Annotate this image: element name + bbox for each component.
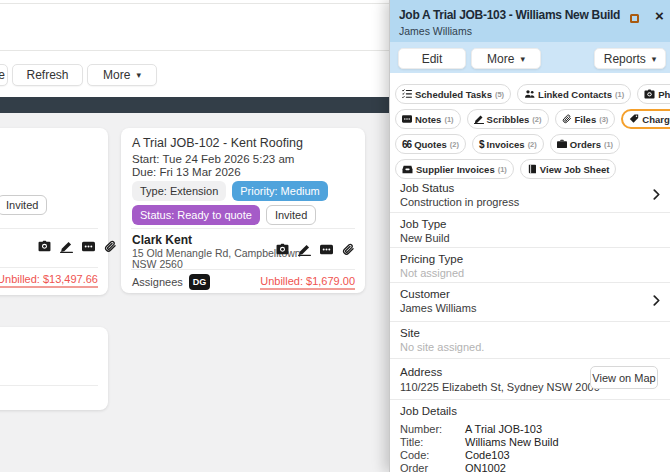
quotes-icon: 66 [402, 139, 411, 150]
tab-orders[interactable]: Orders (1) [550, 134, 620, 154]
paperclip-icon[interactable] [104, 240, 117, 253]
briefcase-icon [557, 139, 567, 149]
status-badge: Status: Ready to quote [132, 205, 260, 225]
assignees-row: Assignees DG [132, 274, 210, 290]
detail-key: Number: [400, 423, 465, 435]
section-value: New Build [400, 232, 450, 244]
reports-button[interactable]: Reports ▾ [594, 48, 666, 69]
section-label: Job Status [400, 182, 454, 194]
board-header-bar [0, 97, 390, 113]
tab-count: (1) [615, 90, 624, 99]
tab-label: Linked Contacts [538, 89, 612, 100]
popout-window-icon[interactable] [630, 14, 639, 23]
tab-label: Quotes [414, 139, 447, 150]
chevron-right-icon[interactable] [653, 189, 660, 200]
tab-count: (2) [450, 140, 459, 149]
tab-invoices[interactable]: $ Invoices (2) [472, 134, 544, 154]
assignee-avatar: DG [189, 274, 211, 290]
tab-label: Photos [658, 89, 670, 100]
tab-photos[interactable]: Photos (6) [637, 84, 670, 104]
invited-badge: Invited [0, 195, 47, 215]
caret-down-icon: ▾ [652, 54, 657, 64]
tab-view-job-sheet[interactable]: View Job Sheet [520, 159, 617, 179]
panel-header: Job A Trial JOB-103 - Williams New Build… [390, 0, 670, 73]
camera-icon [644, 89, 655, 100]
tab-notes[interactable]: Notes (1) [395, 109, 461, 129]
tab-files[interactable]: Files (3) [555, 109, 616, 129]
badge-row-2: Status: Ready to quote Invited [132, 205, 316, 225]
tab-row: 66 Quotes (2) $ Invoices (2) Orders (1) [395, 134, 670, 154]
unbilled-amount-link[interactable]: Unbilled: $1,679.00 [260, 275, 355, 290]
notes-icon [402, 114, 412, 124]
price-tag-icon [629, 114, 639, 124]
tab-count: (1) [604, 140, 613, 149]
tab-scribbles[interactable]: Scribbles (2) [467, 109, 549, 129]
section-label: Pricing Type [400, 253, 463, 265]
tab-charges[interactable]: Charges ($18,130.16) [621, 109, 670, 129]
camera-icon[interactable] [276, 243, 289, 256]
refresh-button[interactable]: Refresh [12, 64, 83, 86]
scribble-pencil-icon[interactable] [298, 243, 311, 256]
camera-icon[interactable] [38, 240, 51, 253]
job-card-title: A Trial JOB-102 - Kent Roofing [132, 136, 303, 150]
board-more-label: More [103, 68, 130, 82]
tab-linked-contacts[interactable]: Linked Contacts (1) [517, 84, 631, 104]
section-label: Address [400, 366, 442, 378]
board-more-button[interactable]: More ▾ [87, 64, 157, 86]
tab-label: View Job Sheet [540, 164, 610, 175]
notes-icon[interactable] [82, 240, 95, 253]
contact-name: Clark Kent [132, 233, 192, 247]
edit-label: Edit [422, 52, 443, 66]
job-details-label: Job Details [400, 405, 660, 417]
task-list-icon [402, 89, 412, 99]
tab-label: Charges [642, 114, 670, 125]
detail-value: Williams New Build [465, 436, 559, 448]
card-action-icons [276, 243, 355, 256]
scribble-pencil-icon[interactable] [60, 240, 73, 253]
section-value: No site assigned. [400, 341, 484, 353]
section-job-type: Job Type New Build [390, 213, 670, 248]
tab-label: Notes [415, 114, 441, 125]
tab-supplier-invoices[interactable]: Supplier Invoices (1) [395, 159, 514, 179]
tab-quotes[interactable]: 66 Quotes (2) [395, 134, 466, 154]
edit-button[interactable]: Edit [398, 48, 466, 69]
section-value: Not assigned [400, 267, 464, 279]
section-label: Site [400, 327, 420, 339]
card-divider [0, 228, 98, 229]
section-job-status[interactable]: Job Status Construction in progress [390, 177, 670, 213]
job-card-102[interactable]: A Trial JOB-102 - Kent Roofing Start: Tu… [121, 128, 365, 293]
view-on-map-button[interactable]: View on Map [590, 366, 658, 389]
job-due-date: Due: Fri 13 Mar 2026 [132, 166, 241, 178]
top-divider [0, 3, 390, 4]
panel-more-label: More [487, 52, 514, 66]
notes-icon[interactable] [320, 243, 333, 256]
card-divider [0, 267, 98, 268]
scribble-pencil-icon [474, 114, 484, 124]
caret-down-icon: ▾ [136, 70, 141, 80]
panel-subtitle: James Williams [399, 25, 472, 37]
job-detail-row: Number: A Trial JOB-103 [400, 423, 660, 435]
people-icon [524, 89, 535, 99]
detail-value: Code103 [465, 449, 510, 461]
detail-key: Title: [400, 436, 465, 448]
unbilled-amount-link[interactable]: Unbilled: $13,497.66 [0, 273, 98, 288]
close-icon[interactable]: × [655, 7, 664, 24]
chevron-right-icon[interactable] [653, 295, 660, 306]
section-customer[interactable]: Customer James Williams [390, 283, 670, 322]
job-card-partial-lower[interactable] [0, 327, 108, 410]
caret-down-icon: ▾ [520, 54, 525, 64]
detail-key: Order Number: [400, 462, 465, 472]
section-value: James Williams [400, 302, 476, 314]
card-divider [131, 228, 355, 229]
tab-scheduled-tasks[interactable]: Scheduled Tasks (5) [395, 84, 511, 104]
panel-more-button[interactable]: More ▾ [471, 48, 541, 69]
paperclip-icon [562, 114, 572, 124]
detail-value: A Trial JOB-103 [465, 423, 542, 435]
clipped-toolbar-button[interactable]: e [0, 64, 8, 86]
panel-title: Job A Trial JOB-103 - Williams New Build [399, 8, 627, 22]
section-pricing-type: Pricing Type Not assigned [390, 248, 670, 283]
card-divider [0, 385, 98, 386]
tab-label: Scribbles [487, 114, 530, 125]
job-card-partial[interactable]: Invited Unbilled: $13,497.66 [0, 128, 108, 295]
paperclip-icon[interactable] [342, 243, 355, 256]
